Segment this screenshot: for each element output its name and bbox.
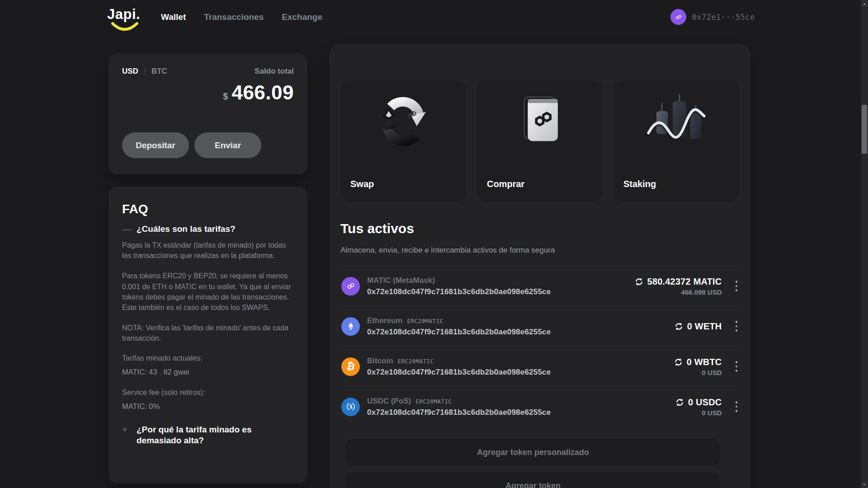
add-custom-token-button[interactable]: Agregar token personalizado <box>346 439 720 466</box>
send-button[interactable]: Enviar <box>194 132 261 158</box>
currency-tab-btc[interactable]: BTC <box>151 67 167 76</box>
asset-amount: 0 WBTC <box>687 357 722 367</box>
svg-text:$: $ <box>349 404 352 410</box>
asset-network-badge: ERC20MATIC <box>398 358 434 365</box>
collapse-minus-icon: — <box>122 224 130 235</box>
asset-menu-kebab-icon[interactable] <box>734 278 740 294</box>
wallet-main-panel: Swap Co <box>329 44 750 488</box>
bitcoin-icon: ₿ <box>341 357 360 376</box>
service-fee-value: MATIC: 0% <box>122 402 294 411</box>
asset-row-matic: MATIC (MetaMask) 0x72e108dc047f9c71681b3… <box>340 266 739 306</box>
polygon-matic-icon <box>341 277 360 296</box>
polygon-network-icon <box>670 9 686 25</box>
balance-amount: 466.09 <box>231 81 294 103</box>
asset-address: 0x72e108dc047f9c71681b3c6db2b0ae098e6255… <box>367 287 551 296</box>
refresh-balance-icon[interactable] <box>635 277 643 286</box>
quick-actions-row: Swap Co <box>340 80 739 202</box>
asset-amount: 0 WETH <box>687 321 722 332</box>
usdc-icon: $ <box>341 398 360 416</box>
staking-candlestick-3d-icon <box>646 90 706 155</box>
current-fees-value: MATIC: 43 . 82 gwei <box>122 368 294 376</box>
main-nav: Wallet Transacciones Exchange <box>161 12 322 22</box>
current-fees-label: Tarifas minado actuales: <box>122 354 294 362</box>
asset-amount: 580.42372 MATIC <box>647 277 722 287</box>
staking-action-card[interactable]: Staking <box>613 80 739 202</box>
buy-action-card[interactable]: Comprar <box>477 80 603 202</box>
faq-card: FAQ — ¿Cuáles son las tarifas? Pagas la … <box>108 187 307 483</box>
asset-usd-value: 0 USD <box>675 409 722 417</box>
asset-menu-kebab-icon[interactable] <box>734 399 740 415</box>
add-token-button[interactable]: Agregar token <box>346 472 720 488</box>
staking-label: Staking <box>623 179 656 189</box>
page-scrollbar[interactable]: ▲ ▼ <box>861 0 868 488</box>
refresh-balance-icon[interactable] <box>675 398 684 407</box>
asset-address: 0x72e108dc047f9c71681b3c6db2b0ae098e6255… <box>367 368 551 377</box>
expand-plus-icon: + <box>122 424 130 435</box>
scrollbar-up-arrow[interactable]: ▲ <box>861 0 868 7</box>
top-navigation-bar: Japi. Wallet Transacciones Exchange 0x72… <box>0 0 868 36</box>
faq-paragraph: NOTA: Verifica las 'tarifas de minado' a… <box>122 323 294 343</box>
currency-tab-usd[interactable]: USD <box>122 67 138 76</box>
refresh-balance-icon[interactable] <box>674 358 683 366</box>
faq-question-text: ¿Cuáles son las tarifas? <box>137 224 236 235</box>
scrollbar-thumb[interactable] <box>862 105 867 154</box>
asset-row-usdc: $ USDC (PoS) ERC20MATIC 0x72e108dc047f9c… <box>340 386 739 427</box>
deposit-button[interactable]: Depositar <box>122 132 189 158</box>
asset-menu-kebab-icon[interactable] <box>734 358 740 375</box>
wallet-account-badge[interactable]: 0x72e1···55ce <box>670 9 755 25</box>
nav-item-wallet[interactable]: Wallet <box>161 12 186 22</box>
asset-network-badge: ERC20MATIC <box>415 398 452 405</box>
assets-section-title: Tus activos <box>340 221 414 236</box>
asset-usd-value: 0 USD <box>674 369 722 376</box>
asset-usd-value: 466.098 USD <box>635 288 722 296</box>
service-fee-label: Service fee (solo retiros): <box>122 388 294 397</box>
asset-menu-kebab-icon[interactable] <box>734 318 740 334</box>
nav-item-exchange[interactable]: Exchange <box>282 12 322 22</box>
asset-name: Bitcoin <box>367 357 393 366</box>
currency-tabs: USD BTC <box>122 67 167 76</box>
balance-card: USD BTC Saldo total $466.09 Depositar En… <box>108 53 307 174</box>
faq-question-text: ¿Por qué la tarifa minado es demasiado a… <box>137 424 272 446</box>
brand-logo[interactable]: Japi. <box>107 6 148 23</box>
faq-paragraph: Pagas la TX estándar (tarifas de minado)… <box>122 240 294 261</box>
asset-name: USDC (PoS) <box>367 397 411 406</box>
tab-divider <box>145 67 145 75</box>
refresh-balance-icon[interactable] <box>675 322 683 331</box>
asset-address: 0x72e108dc047f9c71681b3c6db2b0ae098e6255… <box>367 408 551 417</box>
logo-smile-icon <box>110 22 140 33</box>
faq-title: FAQ <box>122 202 294 216</box>
swap-label: Swap <box>350 179 374 189</box>
total-balance-label: Saldo total <box>255 67 294 76</box>
faq-question-fees[interactable]: — ¿Cuáles son las tarifas? <box>122 224 294 235</box>
asset-network-badge: ERC20MATIC <box>407 318 443 324</box>
asset-address: 0x72e108dc047f9c71681b3c6db2b0ae098e6255… <box>367 328 551 337</box>
asset-amount: 0 USDC <box>688 397 722 408</box>
wallet-address-short: 0x72e1···55ce <box>692 13 755 22</box>
asset-row-ethereum: Ethereum ERC20MATIC 0x72e108dc047f9c7168… <box>340 306 739 346</box>
asset-name: Ethereum <box>367 316 402 325</box>
buy-label: Comprar <box>487 179 524 189</box>
ethereum-icon <box>341 317 360 336</box>
nav-item-transacciones[interactable]: Transacciones <box>204 12 264 22</box>
assets-list: MATIC (MetaMask) 0x72e108dc047f9c71681b3… <box>340 266 739 427</box>
faq-question-high-fee[interactable]: + ¿Por qué la tarifa minado es demasiado… <box>122 424 294 446</box>
swap-3d-icon <box>376 90 431 155</box>
total-balance-value: $466.09 <box>122 81 294 104</box>
asset-name: MATIC (MetaMask) <box>367 276 435 285</box>
currency-symbol: $ <box>223 91 228 101</box>
assets-section-subtitle: Almacena, envia, recibe e intercambia ac… <box>340 246 555 255</box>
faq-paragraph: Para tokens ERC20 y BEP20, se requiere a… <box>122 271 294 313</box>
brand-logo-text: Japi. <box>107 6 140 22</box>
asset-row-bitcoin: ₿ Bitcoin ERC20MATIC 0x72e108dc047f9c716… <box>340 346 739 386</box>
swap-action-card[interactable]: Swap <box>340 80 466 202</box>
buy-polygon-card-3d-icon <box>512 90 567 155</box>
scrollbar-down-arrow[interactable]: ▼ <box>861 481 868 488</box>
